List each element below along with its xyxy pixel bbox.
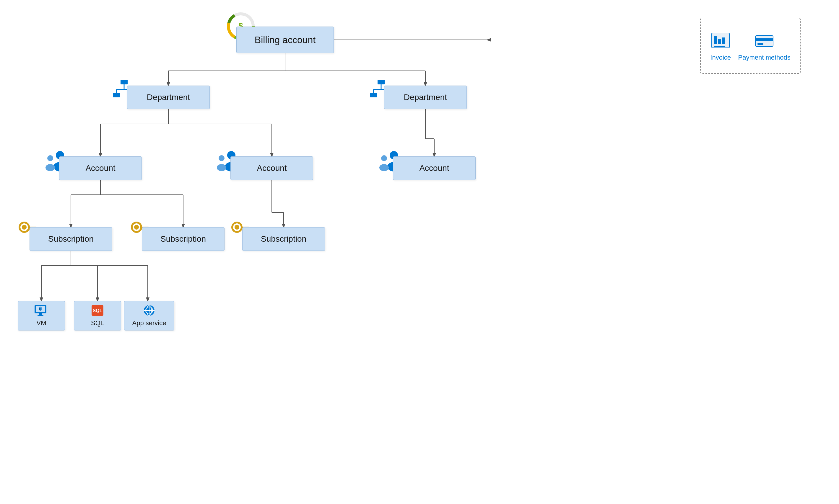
svg-point-58 bbox=[219, 155, 224, 161]
dept1-label: Department bbox=[147, 93, 190, 102]
billing-account-label: Billing account bbox=[255, 35, 315, 46]
acct2-node: Account bbox=[230, 156, 313, 180]
payment-label: Payment methods bbox=[738, 54, 790, 61]
svg-point-59 bbox=[217, 164, 226, 171]
sub2-node: Subscription bbox=[142, 227, 224, 251]
dept2-node: Department bbox=[384, 86, 467, 109]
invoice-payment-box: Invoice Payment methods bbox=[700, 18, 801, 74]
svg-rect-32 bbox=[718, 39, 721, 44]
svg-point-65 bbox=[22, 225, 27, 230]
sql-icon: SQL bbox=[90, 305, 105, 318]
svg-rect-37 bbox=[757, 43, 764, 45]
app-service-label: App service bbox=[132, 319, 166, 327]
svg-point-75 bbox=[235, 225, 239, 230]
svg-rect-34 bbox=[714, 46, 725, 47]
svg-point-62 bbox=[381, 155, 387, 161]
acct3-label: Account bbox=[419, 163, 449, 173]
svg-text:SQL: SQL bbox=[93, 308, 103, 313]
sub2-label: Subscription bbox=[160, 234, 206, 244]
sub1-label: Subscription bbox=[48, 234, 93, 244]
svg-rect-85 bbox=[37, 315, 44, 316]
sub3-label: Subscription bbox=[261, 234, 306, 244]
dept2-label: Department bbox=[404, 93, 447, 102]
svg-point-55 bbox=[46, 164, 55, 171]
acct2-label: Account bbox=[257, 163, 287, 173]
svg-point-70 bbox=[134, 225, 139, 230]
sub3-node: Subscription bbox=[242, 227, 325, 251]
acct1-label: Account bbox=[85, 163, 115, 173]
svg-rect-45 bbox=[378, 80, 384, 84]
billing-account-node: Billing account bbox=[236, 26, 334, 53]
dept1-node: Department bbox=[127, 86, 210, 109]
svg-rect-33 bbox=[722, 37, 725, 44]
invoice-label: Invoice bbox=[710, 54, 731, 61]
app-service-node: App service bbox=[124, 301, 174, 330]
vm-label: VM bbox=[37, 319, 46, 327]
payment-icon bbox=[754, 30, 775, 51]
app-service-icon bbox=[142, 305, 157, 318]
sub1-node: Subscription bbox=[30, 227, 112, 251]
invoice-icon bbox=[710, 30, 731, 51]
acct3-node: Account bbox=[393, 156, 476, 180]
svg-point-63 bbox=[379, 164, 389, 171]
sql-label: SQL bbox=[91, 319, 104, 327]
svg-rect-38 bbox=[121, 80, 127, 84]
svg-rect-36 bbox=[755, 38, 773, 41]
svg-rect-31 bbox=[714, 36, 717, 44]
svg-rect-84 bbox=[39, 313, 42, 315]
vm-icon bbox=[34, 305, 49, 318]
invoice-item: Invoice bbox=[710, 30, 731, 61]
vm-node: VM bbox=[18, 301, 65, 330]
connector-lines bbox=[0, 0, 839, 504]
svg-rect-39 bbox=[113, 93, 120, 97]
payment-item: Payment methods bbox=[738, 30, 790, 61]
diagram-container: $ Billing account Invoice Paym bbox=[0, 0, 839, 504]
sql-node: SQL SQL bbox=[74, 301, 121, 330]
acct1-node: Account bbox=[59, 156, 142, 180]
svg-point-54 bbox=[47, 155, 53, 161]
svg-rect-46 bbox=[370, 93, 377, 97]
